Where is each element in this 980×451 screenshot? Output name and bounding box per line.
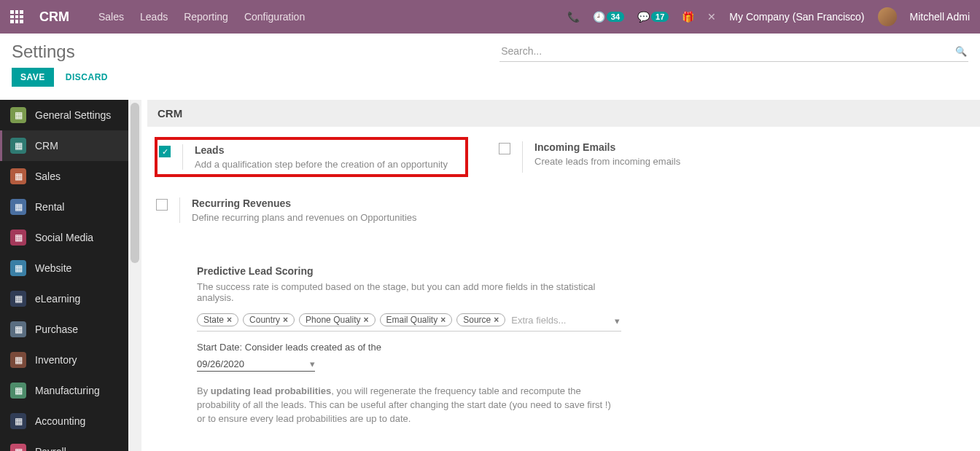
pls-title: Predictive Lead Scoring <box>197 265 621 277</box>
search-icon[interactable]: 🔍 <box>955 46 967 57</box>
sidebar-icon: ▦ <box>10 138 26 154</box>
sidebar-item-label: Accounting <box>35 415 85 427</box>
action-row: SAVE DISCARD <box>0 65 980 100</box>
gift-icon[interactable]: 🎁 <box>682 11 694 23</box>
tag-source[interactable]: Source × <box>456 313 505 326</box>
sidebar-item-label: eLearning <box>35 293 80 305</box>
tag-remove-icon[interactable]: × <box>283 315 288 325</box>
sidebar-item-label: Website <box>35 262 71 274</box>
recurr-checkbox[interactable] <box>156 199 168 211</box>
settings-grid: ✓ Leads Add a qualification step before … <box>147 137 980 265</box>
sidebar-icon: ▦ <box>10 230 26 246</box>
sidebar-item-label: CRM <box>35 140 58 152</box>
app-brand: CRM <box>39 9 69 25</box>
sidebar-item-rental[interactable]: ▦Rental <box>0 192 128 222</box>
predictive-lead-scoring: Predictive Lead Scoring The success rate… <box>147 265 629 451</box>
save-button[interactable]: SAVE <box>12 68 54 87</box>
menu-leads[interactable]: Leads <box>140 11 168 23</box>
search-box[interactable]: 🔍 <box>499 41 968 62</box>
main: ▦General Settings▦CRM▦Sales▦Rental▦Socia… <box>0 100 980 451</box>
sidebar-item-purchase[interactable]: ▦Purchase <box>0 314 128 345</box>
scrollbar[interactable] <box>128 100 141 451</box>
tag-remove-icon[interactable]: × <box>494 315 499 325</box>
tag-remove-icon[interactable]: × <box>440 315 446 325</box>
tag-phone-quality[interactable]: Phone Quality × <box>299 313 375 326</box>
user-name[interactable]: Mitchell Admi <box>910 11 970 23</box>
sidebar-item-manufacturing[interactable]: ▦Manufacturing <box>0 375 128 406</box>
sidebar-item-accounting[interactable]: ▦Accounting <box>0 406 128 436</box>
discard-button[interactable]: DISCARD <box>66 72 108 82</box>
pls-extra-placeholder[interactable]: Extra fields... <box>511 315 566 326</box>
search-input[interactable] <box>501 45 955 57</box>
sidebar-item-label: Purchase <box>35 323 78 335</box>
menu-sales[interactable]: Sales <box>98 11 124 23</box>
activities-icon[interactable]: 🕘34 <box>593 11 624 23</box>
page-title: Settings <box>12 42 75 62</box>
tag-state[interactable]: State × <box>197 313 238 326</box>
pls-tags[interactable]: State ×Country ×Phone Quality ×Email Qua… <box>197 313 621 332</box>
sidebar-item-inventory[interactable]: ▦Inventory <box>0 345 128 375</box>
sidebar-item-label: Inventory <box>35 354 77 366</box>
setting-leads: ✓ Leads Add a qualification step before … <box>155 137 468 177</box>
sidebar-item-label: Social Media <box>35 232 93 243</box>
sidebar-item-label: Manufacturing <box>35 385 100 396</box>
setting-incoming-emails: Incoming Emails Create leads from incomi… <box>497 137 811 177</box>
topbar-right: 📞 🕘34 💬17 🎁 ✕ My Company (San Francisco)… <box>567 7 970 26</box>
messages-icon[interactable]: 💬17 <box>637 11 669 23</box>
top-menu: Sales Leads Reporting Configuration <box>98 11 305 23</box>
emails-title: Incoming Emails <box>534 141 680 153</box>
scroll-thumb[interactable] <box>131 103 139 263</box>
apps-icon[interactable] <box>10 10 23 23</box>
leads-title: Leads <box>195 144 448 156</box>
phone-icon[interactable]: 📞 <box>567 11 580 23</box>
pls-info: By updating lead probabilities, you will… <box>197 385 621 426</box>
pls-start-label: Start Date: Consider leads created as of… <box>197 342 621 353</box>
tag-country[interactable]: Country × <box>243 313 295 326</box>
section-title: CRM <box>147 100 980 127</box>
activities-badge: 34 <box>607 12 624 22</box>
sidebar-item-website[interactable]: ▦Website <box>0 253 128 283</box>
sidebar-icon: ▦ <box>10 352 26 368</box>
sidebar-icon: ▦ <box>10 107 26 123</box>
sidebar-icon: ▦ <box>10 444 26 451</box>
chevron-down-icon[interactable]: ▾ <box>310 358 315 369</box>
tag-remove-icon[interactable]: × <box>227 315 232 325</box>
sidebar-item-label: Sales <box>35 170 61 182</box>
sidebar-icon: ▦ <box>10 291 26 307</box>
pls-start-date[interactable]: 09/26/2020 ▾ <box>197 357 315 372</box>
recurr-desc: Define recurring plans and revenues on O… <box>192 212 417 223</box>
sidebar-icon: ▦ <box>10 383 26 399</box>
emails-desc: Create leads from incoming emails <box>534 156 680 167</box>
sidebar-item-crm[interactable]: ▦CRM <box>0 130 128 161</box>
sidebar-item-elearning[interactable]: ▦eLearning <box>0 283 128 314</box>
messages-badge: 17 <box>651 12 669 22</box>
leads-checkbox[interactable]: ✓ <box>159 146 171 157</box>
sidebar-item-social-media[interactable]: ▦Social Media <box>0 222 128 253</box>
sidebar-item-label: Rental <box>35 201 64 213</box>
pls-desc: The success rate is computed based on th… <box>197 281 621 303</box>
pls-date-value: 09/26/2020 <box>197 358 244 369</box>
company-switcher[interactable]: My Company (San Francisco) <box>729 11 864 23</box>
tag-email-quality[interactable]: Email Quality × <box>380 313 453 326</box>
chevron-down-icon[interactable]: ▾ <box>615 315 620 326</box>
tag-remove-icon[interactable]: × <box>363 315 368 325</box>
sidebar-item-sales[interactable]: ▦Sales <box>0 161 128 192</box>
sidebar-icon: ▦ <box>10 321 26 337</box>
emails-checkbox[interactable] <box>499 143 510 154</box>
setting-recurring-revenues: Recurring Revenues Define recurring plan… <box>155 193 468 227</box>
menu-configuration[interactable]: Configuration <box>244 11 305 23</box>
sidebar-icon: ▦ <box>10 260 26 276</box>
sidebar-item-general-settings[interactable]: ▦General Settings <box>0 100 128 130</box>
subheader: Settings 🔍 <box>0 34 980 65</box>
tools-icon[interactable]: ✕ <box>707 11 716 23</box>
sidebar-item-payroll[interactable]: ▦Payroll <box>0 436 128 451</box>
recurr-title: Recurring Revenues <box>192 197 417 209</box>
menu-reporting[interactable]: Reporting <box>184 11 228 23</box>
leads-desc: Add a qualification step before the crea… <box>195 159 448 170</box>
avatar[interactable] <box>878 7 897 26</box>
settings-sidebar: ▦General Settings▦CRM▦Sales▦Rental▦Socia… <box>0 100 128 451</box>
settings-content: CRM ✓ Leads Add a qualification step bef… <box>128 100 980 451</box>
sidebar-item-label: Payroll <box>35 446 66 451</box>
sidebar-item-label: General Settings <box>35 109 111 121</box>
sidebar-icon: ▦ <box>10 168 26 184</box>
